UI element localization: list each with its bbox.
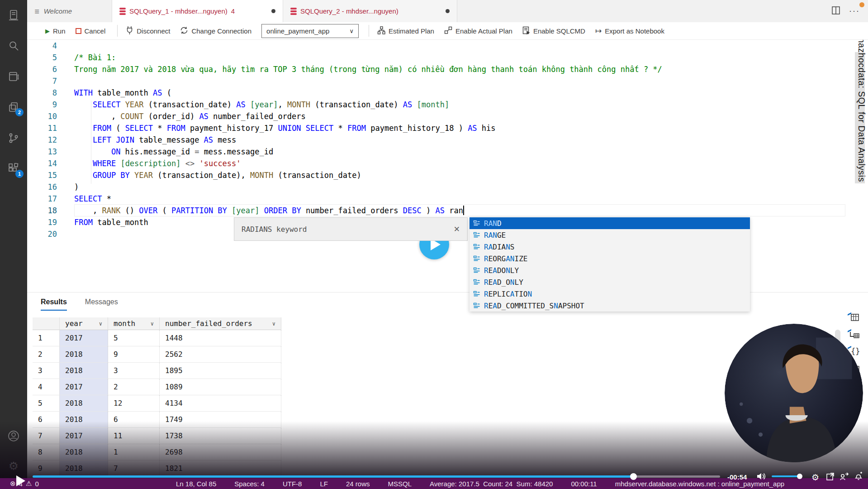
data-cell[interactable]: 12	[108, 395, 160, 412]
status-item[interactable]: Spaces: 4	[234, 480, 265, 488]
search-icon[interactable]	[8, 40, 19, 52]
data-cell[interactable]: 2018	[60, 395, 108, 412]
volume-icon[interactable]	[756, 472, 766, 483]
miniplayer-icon[interactable]	[840, 472, 849, 483]
row-number-cell[interactable]: 2	[33, 346, 60, 363]
seekbar-played[interactable]	[33, 475, 634, 478]
status-item[interactable]: Average: 2017.5 Count: 24 Sum: 48420	[430, 480, 553, 488]
save-as-csv-icon[interactable]	[847, 311, 860, 323]
code-line-10[interactable]: 10 , COUNT (order_id) AS number_failed_o…	[27, 110, 868, 122]
data-cell[interactable]: 2	[108, 379, 160, 395]
row-number-cell[interactable]: 9	[33, 460, 60, 477]
estimated-plan-button[interactable]: Estimated Plan	[377, 26, 434, 36]
notebooks-icon[interactable]	[8, 71, 19, 82]
data-cell[interactable]: 7	[108, 460, 160, 477]
data-cell[interactable]: 2018	[60, 346, 108, 363]
status-item[interactable]: 24 rows	[346, 480, 370, 488]
enable-sqlcmd-button[interactable]: Enable SQLCMD	[522, 26, 585, 36]
explorer-icon[interactable]: 2	[8, 101, 19, 113]
data-cell[interactable]: 11	[108, 428, 160, 444]
volume-slider[interactable]	[772, 475, 800, 477]
tab-welcome[interactable]: ≣ Welcome	[27, 0, 112, 22]
chevron-down-icon[interactable]: ∨	[99, 317, 102, 330]
row-number-cell[interactable]: 8	[33, 444, 60, 460]
column-header-month[interactable]: month∨	[108, 317, 160, 330]
volume-slider-handle[interactable]	[797, 474, 802, 479]
row-number-cell[interactable]: 3	[33, 363, 60, 379]
run-button[interactable]: ▶ Run	[45, 27, 66, 35]
code-line-7[interactable]: 7	[27, 75, 868, 87]
code-line-4[interactable]: 4	[27, 40, 868, 52]
dirty-indicator-icon[interactable]	[446, 9, 450, 13]
data-cell[interactable]: 1089	[160, 379, 281, 395]
seekbar-scrubber[interactable]	[630, 473, 637, 480]
code-line-12[interactable]: 12 LEFT JOIN table_message AS mess	[27, 134, 868, 146]
data-cell[interactable]: 1749	[160, 412, 281, 428]
settings-gear-icon[interactable]: ⚙	[8, 460, 19, 472]
tab-sqlquery-1[interactable]: SQLQuery_1 - mhdser...nguyen) 4	[112, 0, 283, 22]
status-item[interactable]: MSSQL	[388, 480, 412, 488]
row-number-cell[interactable]: 5	[33, 395, 60, 412]
source-control-icon[interactable]	[8, 132, 19, 144]
code-line-11[interactable]: 11 FROM ( SELECT * FROM payment_history_…	[27, 122, 868, 134]
code-line-6[interactable]: 6Trong năm 2017 và 2018 vừa qua, hãy tìm…	[27, 63, 868, 75]
suggestion-item[interactable]: READ_ONLY	[470, 276, 750, 288]
data-cell[interactable]: 2017	[60, 330, 108, 346]
row-number-cell[interactable]: 4	[33, 379, 60, 395]
data-cell[interactable]: 1448	[160, 330, 281, 346]
enable-actual-plan-button[interactable]: Enable Actual Plan	[444, 26, 512, 36]
extensions-icon[interactable]: 1	[8, 163, 19, 175]
database-dropdown[interactable]: online_payment_app ∨	[261, 24, 359, 38]
data-cell[interactable]: 2018	[60, 460, 108, 477]
data-cell[interactable]: 2562	[160, 346, 281, 363]
suggestion-item[interactable]: READ_COMMITTED_SNAPSHOT	[470, 300, 750, 312]
tab-messages[interactable]: Messages	[85, 298, 118, 311]
suggestion-item[interactable]: REPLICATION	[470, 288, 750, 300]
tab-sqlquery-2[interactable]: SQLQuery_2 - mhdser...nguyen)	[283, 0, 457, 22]
close-icon[interactable]: ✕	[454, 225, 460, 234]
data-cell[interactable]: 2017	[60, 428, 108, 444]
data-cell[interactable]: 2017	[60, 379, 108, 395]
data-cell[interactable]: 6	[108, 412, 160, 428]
seekbar-remaining[interactable]	[634, 475, 720, 478]
chevron-down-icon[interactable]: ∨	[151, 317, 154, 330]
status-item[interactable]: UTF-8	[283, 480, 302, 488]
row-number-cell[interactable]: 6	[33, 412, 60, 428]
dirty-indicator-icon[interactable]	[271, 9, 275, 13]
data-cell[interactable]: 1	[108, 444, 160, 460]
more-actions-icon[interactable]: ···	[849, 6, 860, 16]
code-line-16[interactable]: 16)	[27, 181, 868, 193]
data-cell[interactable]: 1821	[160, 460, 281, 477]
status-item[interactable]: Ln 18, Col 85	[176, 480, 216, 488]
data-cell[interactable]: 2018	[60, 444, 108, 460]
code-line-9[interactable]: 9 SELECT YEAR (transaction_date) AS [yea…	[27, 99, 868, 110]
data-cell[interactable]: 2698	[160, 444, 281, 460]
data-cell[interactable]: 2018	[60, 412, 108, 428]
suggestion-item[interactable]: READONLY	[470, 264, 750, 276]
tab-results[interactable]: Results	[41, 298, 67, 311]
row-number-cell[interactable]: 1	[33, 330, 60, 346]
save-as-excel-icon[interactable]	[847, 327, 860, 340]
data-cell[interactable]: 9	[108, 346, 160, 363]
connections-icon[interactable]	[8, 9, 19, 21]
suggestion-item[interactable]: RAND	[470, 217, 750, 229]
data-cell[interactable]: 5	[108, 330, 160, 346]
chevron-down-icon[interactable]: ∨	[272, 317, 275, 330]
data-cell[interactable]: 1895	[160, 363, 281, 379]
suggestion-item[interactable]: RADIANS	[470, 241, 750, 253]
status-item[interactable]: LF	[320, 480, 328, 488]
status-item[interactable]: 00:00:11	[571, 480, 597, 488]
player-play-icon[interactable]	[16, 475, 25, 486]
code-line-17[interactable]: 17SELECT *	[27, 193, 868, 205]
cancel-button[interactable]: Cancel	[76, 27, 106, 35]
column-header-number_failed_orders[interactable]: number_failed_orders∨	[160, 317, 281, 330]
export-as-notebook-button[interactable]: ↦ Export as Notebook	[595, 26, 664, 36]
code-line-15[interactable]: 15 GROUP BY YEAR (transaction_date), MON…	[27, 169, 868, 181]
grid-corner-cell[interactable]	[33, 317, 60, 330]
disconnect-button[interactable]: Disconnect	[126, 26, 170, 36]
code-line-14[interactable]: 14 WHERE [description] <> 'success'	[27, 158, 868, 169]
account-icon[interactable]	[8, 430, 19, 442]
suggestion-item[interactable]: REORGANIZE	[470, 253, 750, 264]
code-line-5[interactable]: 5/* Bài 1:	[27, 52, 868, 63]
row-number-cell[interactable]: 7	[33, 428, 60, 444]
